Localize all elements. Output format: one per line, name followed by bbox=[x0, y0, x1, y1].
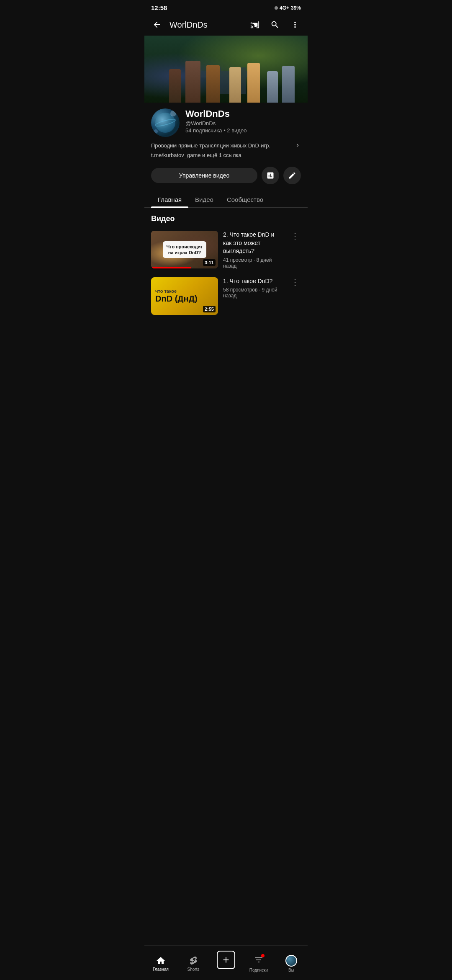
videos-section-title: Видео bbox=[144, 208, 308, 227]
video-2-stats: 58 просмотров · 9 дней назад bbox=[223, 287, 284, 299]
cast-button[interactable] bbox=[247, 17, 262, 32]
back-button[interactable] bbox=[149, 17, 164, 32]
status-dot bbox=[275, 5, 278, 11]
analytics-button[interactable] bbox=[262, 167, 279, 184]
tab-videos[interactable]: Видео bbox=[188, 191, 220, 207]
video-2-meta: 1. Что такое DnD? 58 просмотров · 9 дней… bbox=[223, 277, 284, 299]
channel-handle: @WorlDnDs bbox=[185, 120, 301, 126]
video-2-more-button[interactable]: ⋮ bbox=[289, 277, 301, 287]
video-1-bubble: Что происходитна играх DnD? bbox=[163, 241, 206, 258]
edit-button[interactable] bbox=[283, 167, 301, 184]
status-time: 12:58 bbox=[151, 4, 167, 11]
action-row: Управление видео bbox=[144, 163, 308, 191]
channel-details: WorlDnDs @WorlDnDs 54 подписчика • 2 вид… bbox=[185, 108, 301, 134]
channel-desc-text: Проводим прямые трансляции живых DnD-игр… bbox=[151, 142, 293, 149]
channel-name: WorlDnDs bbox=[185, 108, 301, 119]
status-battery: 39% bbox=[291, 5, 301, 11]
video-thumbnail-1: Что происходитна играх DnD? 3:11 bbox=[151, 231, 218, 268]
video-2-big-text: DnD (ДнД) bbox=[155, 294, 198, 303]
video-1-title: 2. Что такое DnD и как это может выгляде… bbox=[223, 231, 284, 255]
search-button[interactable] bbox=[267, 17, 282, 32]
channel-tabs: Главная Видео Сообщество bbox=[144, 191, 308, 208]
manage-videos-button[interactable]: Управление видео bbox=[151, 168, 257, 183]
video-thumbnail-2: что такое DnD (ДнД) 2:55 bbox=[151, 277, 218, 315]
channel-stats: 54 подписчика • 2 видео bbox=[185, 127, 301, 134]
channel-info: WorlDnDs @WorlDnDs 54 подписчика • 2 вид… bbox=[144, 103, 308, 140]
status-bar: 12:58 4G+ 39% bbox=[144, 0, 308, 14]
tab-home[interactable]: Главная bbox=[151, 191, 188, 207]
video-1-duration: 3:11 bbox=[203, 259, 216, 266]
video-1-meta: 2. Что такое DnD и как это может выгляде… bbox=[223, 231, 284, 269]
video-1-more-button[interactable]: ⋮ bbox=[289, 231, 301, 241]
channel-banner bbox=[144, 36, 308, 103]
video-2-small-text: что такое bbox=[155, 289, 177, 294]
channel-avatar bbox=[151, 108, 180, 137]
chevron-right-icon bbox=[294, 142, 301, 149]
status-signal: 4G+ bbox=[280, 5, 289, 11]
top-bar: WorlDnDs bbox=[144, 14, 308, 36]
video-2-duration: 2:55 bbox=[203, 306, 216, 312]
video-2-title: 1. Что такое DnD? bbox=[223, 277, 284, 286]
video-item[interactable]: Что происходитна играх DnD? 3:11 2. Что … bbox=[144, 227, 308, 273]
video-item[interactable]: что такое DnD (ДнД) 2:55 1. Что такое Dn… bbox=[144, 273, 308, 319]
video-1-stats: 41 просмотр · 8 дней назад bbox=[223, 257, 284, 269]
status-icons: 4G+ 39% bbox=[275, 5, 301, 11]
channel-link[interactable]: t.me/kurbatov_game и ещё 1 ссылка bbox=[144, 150, 308, 163]
page-title: WorlDnDs bbox=[170, 20, 242, 30]
channel-description[interactable]: Проводим прямые трансляции живых DnD-игр… bbox=[144, 140, 308, 150]
more-button[interactable] bbox=[288, 17, 303, 32]
tab-community[interactable]: Сообщество bbox=[220, 191, 270, 207]
